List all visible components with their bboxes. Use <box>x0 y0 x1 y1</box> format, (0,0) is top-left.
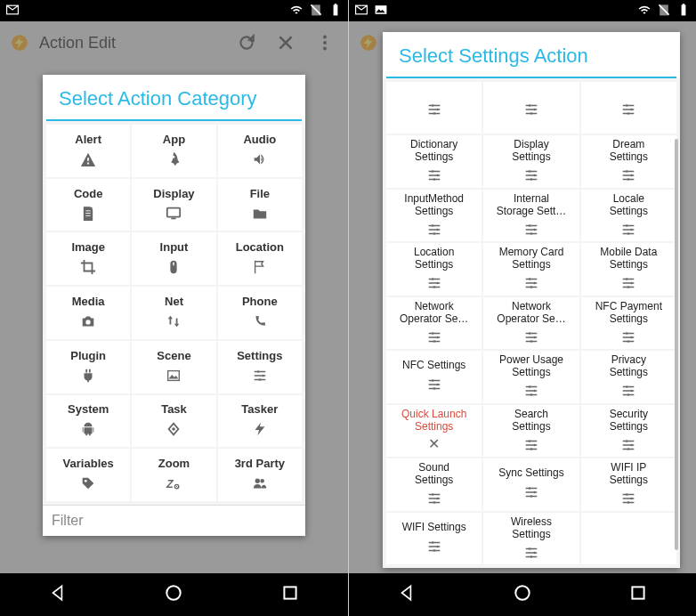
statusbar <box>0 0 348 21</box>
grid-cell[interactable]: Zoom <box>132 449 215 501</box>
grid-cell[interactable]: 3rd Party <box>218 449 302 501</box>
grid-cell[interactable]: System <box>46 395 130 448</box>
cell-label: InputMethod Settings <box>404 193 464 218</box>
cell-label: WIFI Settings <box>402 522 466 534</box>
cell-label: Image <box>71 241 105 255</box>
cell-label: Display Settings <box>512 139 550 164</box>
updown-icon <box>165 312 182 330</box>
wifi-icon <box>637 3 651 20</box>
cell-label: Plugin <box>70 350 106 363</box>
sliders-icon <box>619 329 637 345</box>
nav-home[interactable] <box>164 583 183 606</box>
monitor-icon <box>165 205 182 223</box>
grid-cell[interactable]: WIFI Settings <box>386 513 482 565</box>
nav-recent[interactable] <box>628 583 648 606</box>
grid-cell[interactable]: Memory Card Settings <box>483 243 579 296</box>
grid-cell[interactable]: Input <box>132 232 215 285</box>
grid-cell[interactable] <box>581 513 676 565</box>
grid-cell[interactable]: Alert <box>46 125 130 177</box>
grid-cell[interactable]: Privacy Settings <box>581 351 676 403</box>
cell-label: Power Usage Settings <box>499 354 563 379</box>
sliders-icon <box>522 483 540 501</box>
sliders-icon <box>251 367 269 385</box>
grid-cell[interactable]: Code <box>46 179 130 231</box>
cell-label: Search Settings <box>512 409 550 434</box>
grid-cell[interactable]: Network Operator Se… <box>386 297 482 350</box>
cell-label: Location Settings <box>414 247 454 272</box>
cell-label: Tasker <box>241 403 278 417</box>
sliders-icon <box>619 490 637 507</box>
picture-icon <box>165 367 182 385</box>
grid-cell[interactable]: Security Settings <box>581 405 676 458</box>
cell-label: Zoom <box>158 458 190 471</box>
grid-cell[interactable]: File <box>218 179 302 231</box>
grid-cell[interactable] <box>581 82 676 134</box>
cell-label: Dream Settings <box>610 139 648 164</box>
grid-cell[interactable]: Mobile Data Settings <box>581 243 676 296</box>
filter-input[interactable]: Filter <box>43 505 305 536</box>
sliders-icon <box>425 538 443 555</box>
grid-cell[interactable]: Dream Settings <box>581 135 676 188</box>
dialog-title: Select Action Category <box>46 75 302 121</box>
grid-cell[interactable]: Search Settings <box>483 405 579 458</box>
grid-cell[interactable]: Dictionary Settings <box>386 135 482 188</box>
grid-cell[interactable]: Audio <box>218 125 302 177</box>
cell-label: Media <box>72 296 105 309</box>
grid-cell[interactable]: Locale Settings <box>581 190 676 242</box>
nav-back[interactable] <box>397 583 417 606</box>
grid-cell[interactable]: NFC Settings <box>386 351 482 403</box>
sliders-icon <box>522 437 540 453</box>
grid-cell[interactable]: Phone <box>218 287 302 339</box>
sliders-icon <box>522 545 540 561</box>
wifi-icon <box>289 3 303 20</box>
grid-cell[interactable]: Network Operator Se… <box>483 297 579 350</box>
sliders-icon <box>425 490 443 507</box>
scrollbar[interactable] <box>675 139 678 550</box>
nav-home[interactable] <box>513 583 532 606</box>
nav-back[interactable] <box>48 583 68 606</box>
grid-cell[interactable]: Settings <box>218 341 302 393</box>
grid-cell[interactable]: Location <box>218 232 302 285</box>
cell-label: Wireless Settings <box>511 516 552 541</box>
tag-icon <box>79 474 97 492</box>
grid-cell[interactable]: Internal Storage Sett… <box>483 190 579 242</box>
sliders-icon <box>619 383 637 399</box>
grid-cell[interactable]: InputMethod Settings <box>386 190 482 242</box>
cell-label: Locale Settings <box>610 193 648 218</box>
grid-cell[interactable]: Sound Settings <box>386 458 482 511</box>
grid-cell[interactable]: Image <box>46 232 130 285</box>
grid-cell[interactable]: Media <box>46 287 130 339</box>
grid-cell[interactable]: App <box>132 125 215 177</box>
phone-right: A Select Settings Action Dictionary Sett… <box>348 0 696 616</box>
cell-label: System <box>68 403 109 417</box>
grid-cell[interactable]: Quick Launch Settings✕ <box>386 405 482 458</box>
grid-cell[interactable]: NFC Payment Settings <box>581 297 676 350</box>
nav-recent[interactable] <box>280 583 300 606</box>
cell-label: Network Operator Se… <box>400 301 468 326</box>
cell-label: Mobile Data Settings <box>600 247 657 272</box>
battery-icon <box>676 3 691 20</box>
cell-label: NFC Settings <box>402 360 465 372</box>
cell-label: Settings <box>237 350 282 363</box>
grid-cell[interactable]: Power Usage Settings <box>483 351 579 403</box>
cell-label: Audio <box>243 134 276 147</box>
grid-cell[interactable]: Task <box>132 395 215 448</box>
grid-cell[interactable]: Plugin <box>46 341 130 393</box>
sliders-icon <box>619 222 637 238</box>
grid-cell[interactable] <box>386 82 482 134</box>
category-grid: AlertAppAudioCodeDisplayFileImageInputLo… <box>43 121 305 505</box>
cell-label: Quick Launch Settings <box>401 409 466 434</box>
grid-cell[interactable]: WIFI IP Settings <box>581 458 676 511</box>
grid-cell[interactable]: Display Settings <box>483 135 579 188</box>
zoom-icon <box>165 474 182 492</box>
cell-label: Sound Settings <box>415 462 453 487</box>
grid-cell[interactable] <box>483 82 579 134</box>
grid-cell[interactable]: Variables <box>46 449 130 501</box>
grid-cell[interactable]: Display <box>132 179 215 231</box>
grid-cell[interactable]: Net <box>132 287 215 339</box>
grid-cell[interactable]: Sync Settings <box>483 458 579 511</box>
grid-cell[interactable]: Scene <box>132 341 215 393</box>
grid-cell[interactable]: Wireless Settings <box>483 513 579 565</box>
grid-cell[interactable]: Tasker <box>218 395 302 448</box>
grid-cell[interactable]: Location Settings <box>386 243 482 296</box>
